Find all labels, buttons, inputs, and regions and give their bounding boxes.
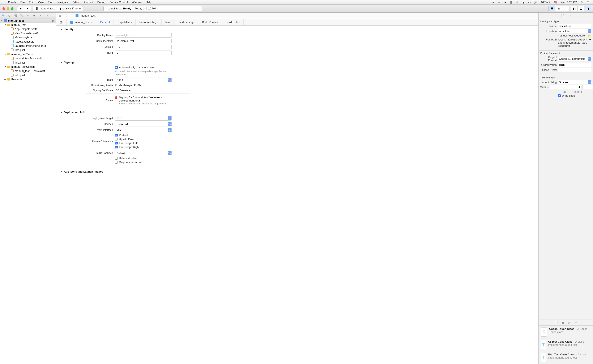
object-library-icon[interactable]: ◎ — [568, 321, 570, 324]
auto-manage-signing-checkbox[interactable]: Automatically manage signing — [115, 66, 172, 69]
tab-capabilities[interactable]: Capabilities — [114, 19, 136, 25]
breakpoint-navigator-icon[interactable]: ▷ — [45, 14, 49, 17]
media-library-icon[interactable]: ▭ — [574, 321, 577, 324]
zoom-button[interactable] — [11, 7, 13, 10]
disclosure-icon[interactable]: ▼ — [60, 28, 63, 30]
wifi-icon[interactable] — [520, 1, 527, 4]
bundle-id-input[interactable] — [115, 39, 172, 43]
related-items-icon[interactable]: ▦ — [58, 14, 62, 17]
nav-item[interactable]: LaunchScreen.storyboard — [0, 44, 56, 48]
nav-item[interactable]: Main.storyboard — [0, 35, 56, 39]
debug-navigator-icon[interactable]: ≡ — [39, 14, 42, 17]
nav-item[interactable]: Info.plist — [0, 60, 56, 65]
jump-bar-item[interactable]: manual_test — [81, 14, 95, 17]
wrap-lines-checkbox[interactable]: Wrap lines — [558, 94, 575, 97]
insp-indent-width-input[interactable] — [582, 85, 593, 89]
landscape-left-checkbox[interactable]: Landscape Left — [115, 142, 172, 145]
insp-prefix-input[interactable] — [558, 68, 591, 72]
disclosure-icon[interactable]: ▶ — [4, 78, 6, 80]
hide-statusbar-checkbox[interactable]: Hide status bar — [115, 157, 172, 160]
library-item[interactable]: CCocoa Touch Class – A Cocoa Touch class — [539, 326, 593, 338]
build-input[interactable] — [115, 51, 172, 55]
symbol-navigator-icon[interactable]: ◇ — [7, 14, 11, 17]
battery-status[interactable]: 100% ⚡︎ — [539, 1, 552, 4]
nav-item[interactable]: Info.plist — [0, 73, 56, 77]
scheme-selector[interactable]: 📱 manual_test 〉 ▮ blesiv's iPhone — [33, 6, 83, 11]
insp-org-input[interactable] — [558, 63, 591, 67]
menu-editor[interactable]: Editor — [70, 1, 82, 4]
minimize-button[interactable] — [7, 7, 9, 10]
menu-debug[interactable]: Debug — [95, 1, 107, 4]
toggle-inspector-button[interactable]: ◨ — [584, 6, 591, 11]
flag-icon[interactable]: 🇺🇸 — [552, 1, 559, 4]
stop-button[interactable]: ■ — [24, 6, 31, 11]
sys-tray-icon[interactable]: ▦ — [508, 1, 514, 4]
file-template-icon[interactable]: 📄 — [555, 321, 558, 324]
menu-product[interactable]: Product — [82, 1, 95, 4]
clock[interactable]: Wed 6:20 PM — [559, 1, 579, 4]
notification-center-icon[interactable]: ☰ — [585, 1, 591, 4]
bluetooth-icon[interactable]: ⌘ — [514, 1, 520, 4]
menu-sourcecontrol[interactable]: Source Control — [107, 1, 130, 4]
nav-item[interactable]: ▼manual_test — [0, 23, 56, 27]
menu-find[interactable]: Find — [46, 1, 55, 4]
tab-info[interactable]: Info — [162, 19, 174, 25]
tab-buildphases[interactable]: Build Phases — [198, 19, 222, 25]
deployment-target-selector[interactable]: 11.2⌄ — [115, 116, 172, 121]
library-item[interactable]: TUnit Test Case Class – A class implemen… — [539, 351, 593, 364]
insp-indent-selector[interactable]: Spaces⌃⌄ — [558, 80, 591, 84]
nav-item[interactable]: ViewController.swift — [0, 31, 56, 35]
upsidedown-checkbox[interactable]: Upside Down — [115, 137, 172, 141]
menu-help[interactable]: Help — [144, 1, 154, 4]
disclosure-icon[interactable]: ▼ — [60, 61, 63, 63]
menu-navigate[interactable]: Navigate — [55, 1, 70, 4]
nav-item[interactable]: ▶Products — [0, 77, 56, 81]
display-name-input[interactable] — [115, 33, 172, 38]
assistant-editor-button[interactable]: ◎ — [555, 6, 562, 11]
report-navigator-icon[interactable]: ▭ — [51, 14, 55, 17]
menu-file[interactable]: File — [18, 1, 27, 4]
landscape-right-checkbox[interactable]: Landscape Right — [115, 145, 172, 149]
app-menu[interactable]: Xcode — [6, 1, 18, 4]
back-button[interactable]: 〈 — [64, 14, 68, 18]
code-snippet-icon[interactable]: {} — [562, 321, 564, 324]
search-navigator-icon[interactable]: 🔍 — [20, 14, 24, 17]
library-item[interactable]: TUI Test Case Class – A class implementi… — [539, 338, 593, 351]
disclosure-icon[interactable]: ▼ — [4, 66, 6, 68]
team-selector[interactable]: None⌃⌄ — [115, 78, 172, 82]
file-inspector-icon[interactable]: 📄 — [561, 14, 565, 17]
toggle-debug-button[interactable]: ⬓ — [578, 6, 584, 11]
disclosure-icon[interactable]: ▼ — [1, 20, 3, 22]
version-input[interactable] — [115, 45, 172, 49]
nav-item[interactable]: Assets.xcassets — [0, 39, 56, 44]
nav-item[interactable]: Info.plist — [0, 48, 56, 52]
quick-help-icon[interactable]: ? — [569, 14, 571, 17]
tab-buildsettings[interactable]: Build Settings — [174, 19, 198, 25]
disclosure-icon[interactable]: ▼ — [60, 170, 63, 173]
target-selector[interactable]: manual_test ⌄ — [66, 19, 96, 25]
menu-window[interactable]: Window — [130, 1, 144, 4]
test-navigator-icon[interactable]: ◈ — [32, 14, 36, 17]
requires-fullscreen-checkbox[interactable]: Requires full screen — [115, 161, 172, 164]
statusbar-style-selector[interactable]: Default⌃⌄ — [115, 151, 172, 155]
feather-icon[interactable]: ✒︎ — [491, 1, 496, 4]
portrait-checkbox[interactable]: Portrait — [115, 134, 172, 137]
run-button[interactable]: ▶ — [17, 6, 24, 11]
forward-button[interactable]: 〉 — [70, 14, 73, 18]
menu-edit[interactable]: Edit — [27, 1, 36, 4]
project-navigator-icon[interactable]: ▤ — [1, 14, 5, 17]
issue-navigator-icon[interactable]: ⚠︎ — [26, 14, 30, 17]
spotlight-icon[interactable] — [579, 1, 585, 4]
mug-icon[interactable]: ☕︎ — [496, 1, 502, 4]
insp-format-selector[interactable]: Xcode 8.0-compatible⌃⌄ — [558, 57, 591, 61]
insp-tab-width-input[interactable] — [550, 85, 581, 89]
find-navigator-icon[interactable]: 품 — [14, 14, 17, 17]
nav-root[interactable]: ▼manual_testM — [0, 19, 56, 23]
insp-name-input[interactable] — [558, 24, 591, 28]
standard-editor-button[interactable]: ☰ — [549, 6, 555, 11]
tab-resourcetags[interactable]: Resource Tags — [136, 19, 161, 25]
nav-item[interactable]: ▼manual_testUITests — [0, 65, 56, 69]
tab-buildrules[interactable]: Build Rules — [222, 19, 244, 25]
nav-item[interactable]: manual_testTests.swift — [0, 56, 56, 60]
menu-view[interactable]: View — [36, 1, 46, 4]
